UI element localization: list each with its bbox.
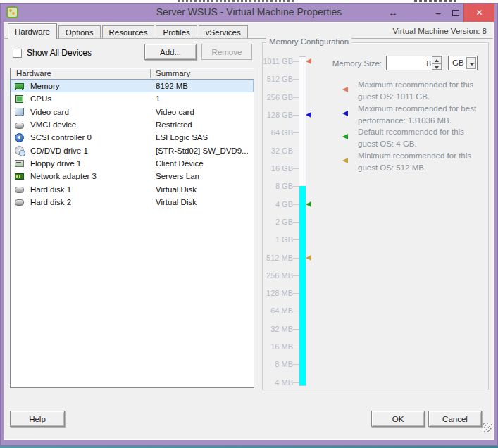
- tick-label: 1 GB: [259, 235, 293, 244]
- memory-note-text: Minimum recommended for this guest OS: 5…: [358, 151, 471, 172]
- vm-properties-dialog: Server WSUS - Virtual Machine Properties…: [0, 3, 498, 446]
- memory-unit-value: GB: [452, 58, 464, 67]
- memory-size-input[interactable]: [387, 57, 431, 69]
- tick-label: 64 GB: [259, 127, 293, 137]
- memory-scale-tick-16-gb: 16 GB: [259, 163, 293, 173]
- tick-label: 2 GB: [259, 217, 293, 227]
- memory-scale-tick-4-mb: 4 MB: [259, 378, 293, 387]
- spin-up-button[interactable]: [432, 56, 442, 63]
- tick-label: 32 MB: [259, 324, 293, 334]
- tick-label: 64 MB: [259, 306, 293, 316]
- tick-label: 16 MB: [259, 342, 293, 351]
- memory-marker-maximum-performance: [306, 112, 311, 118]
- spin-buttons: [432, 56, 442, 70]
- tab-hardware[interactable]: Hardware: [8, 23, 57, 39]
- memory-unit-select[interactable]: GB: [448, 56, 478, 70]
- tick-label: 1011 GB: [259, 56, 293, 66]
- vsphere-app-icon: [6, 6, 18, 18]
- screen: Server WSUS - Virtual Machine Properties…: [0, 0, 498, 448]
- memory-scale-tick-128-mb: 128 MB: [259, 288, 293, 298]
- close-button[interactable]: ✕: [463, 4, 494, 22]
- memory-scale-tick-16-mb: 16 MB: [259, 342, 293, 351]
- tick-label: 512 GB: [259, 74, 293, 84]
- tab-label: Hardware: [15, 27, 50, 36]
- memory-marker-default-guest-os: [306, 201, 311, 207]
- memory-note-text: Maximum recommended for this guest OS: 1…: [358, 80, 473, 101]
- chevron-down-icon[interactable]: [466, 57, 476, 69]
- tick-label: 4 GB: [259, 199, 293, 209]
- tick-label: 8 GB: [259, 181, 293, 191]
- memory-scale-tick-256-gb: 256 GB: [259, 92, 293, 102]
- cancel-button[interactable]: Cancel: [428, 411, 482, 427]
- memory-scale-tick-128-gb: 128 GB: [259, 110, 293, 120]
- tick-label: 16 GB: [259, 163, 293, 173]
- memory-scale-tick-32-mb: 32 MB: [259, 324, 293, 334]
- memory-note: Maximum recommended for this guest OS: 1…: [358, 79, 483, 103]
- memory-scale-tick-4-gb: 4 GB: [259, 199, 293, 209]
- memory-scale-tick-64-mb: 64 MB: [259, 306, 293, 316]
- spin-down-button[interactable]: [432, 63, 442, 70]
- memory-scale-tick-8-mb: 8 MB: [259, 359, 293, 369]
- memory-note: Default recommended for this guest OS: 4…: [358, 126, 483, 150]
- memory-marker-minimum-guest-os: [306, 255, 311, 261]
- help-button[interactable]: Help: [10, 411, 65, 427]
- dialog-body: Hardware Options Resources Profiles vSer…: [4, 22, 494, 440]
- memory-scale-tick-64-gb: 64 GB: [259, 127, 293, 137]
- memory-scale-tick-8-gb: 8 GB: [259, 181, 293, 191]
- memory-scale-tick-2-gb: 2 GB: [259, 217, 293, 227]
- memory-size-spinner: [386, 56, 442, 70]
- tick-label: 8 MB: [259, 359, 293, 369]
- tick-label: 256 GB: [259, 92, 293, 102]
- memory-note: Maximum recommended for best performance…: [358, 103, 483, 127]
- maximize-icon: [452, 10, 459, 16]
- memory-note-text: Maximum recommended for best performance…: [358, 104, 476, 125]
- window-title: Server WSUS - Virtual Machine Properties: [29, 6, 469, 18]
- tick-label: 32 GB: [259, 146, 293, 156]
- memory-scale-tick-256-mb: 256 MB: [259, 270, 293, 280]
- memory-scale-tick-512-gb: 512 GB: [259, 74, 293, 84]
- tick-label: 128 GB: [259, 110, 293, 120]
- memory-note: Minimum recommended for this guest OS: 5…: [358, 150, 483, 174]
- memory-size-label: Memory Size:: [314, 59, 382, 68]
- tick-label: 4 MB: [259, 378, 293, 387]
- resize-grip[interactable]: [483, 423, 492, 432]
- memory-scale-tick-32-gb: 32 GB: [259, 146, 293, 156]
- memory-bar-fill: [299, 186, 306, 385]
- memory-note-text: Default recommended for this guest OS: 4…: [358, 127, 464, 148]
- memory-scale-tick-1011-gb: 1011 GB: [259, 56, 293, 66]
- memory-scale-tick-512-mb: 512 MB: [259, 253, 293, 263]
- minimize-button[interactable]: –: [430, 4, 446, 22]
- memory-marker-maximum-guest-os: [306, 58, 311, 64]
- memory-scale-tick-1-gb: 1 GB: [259, 235, 293, 244]
- tick-label: 256 MB: [259, 270, 293, 280]
- titlebar: Server WSUS - Virtual Machine Properties…: [1, 4, 497, 22]
- maximize-button[interactable]: [448, 4, 463, 22]
- tick-label: 128 MB: [259, 288, 293, 298]
- resize-icon[interactable]: ↔: [385, 4, 401, 22]
- memory-slider-track: [299, 56, 306, 386]
- tick-label: 512 MB: [259, 253, 293, 263]
- ok-button[interactable]: OK: [371, 411, 425, 427]
